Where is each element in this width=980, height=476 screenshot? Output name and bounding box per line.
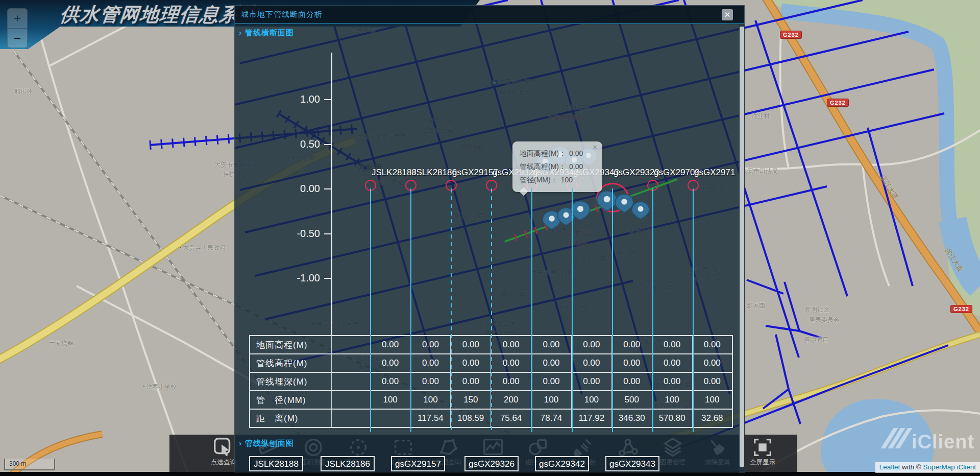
table-cell: 0.00	[451, 336, 491, 354]
map-pin-icon[interactable]	[632, 202, 649, 219]
table-cell: 0.00	[410, 354, 451, 372]
table-cell: 0.00	[571, 372, 611, 391]
table-cell: 0.00	[370, 354, 410, 372]
tooltip-row-value: 100	[561, 176, 573, 184]
table-cell: 500	[611, 391, 652, 409]
toolbar-item-label: 全屏显示	[741, 458, 784, 467]
app-title: 供水管网地理信息系统	[59, 2, 260, 28]
table-cell: 0.00	[692, 336, 732, 354]
table-cell: 0.00	[370, 372, 410, 391]
table-cell: 0.00	[531, 336, 572, 354]
station-line-JSLK28186	[410, 188, 411, 432]
table-cell: 346.30	[611, 409, 652, 427]
table-cell: 0.00	[451, 372, 491, 391]
table-cell: 0.00	[531, 354, 572, 372]
tooltip-row: 地面高程(M)：0.00	[520, 147, 597, 160]
table-cell	[332, 391, 371, 409]
station-line-gsGX29709	[652, 188, 653, 432]
table-row-label: 管线埋深(M)	[250, 372, 332, 391]
tooltip-row: 管线高程(M)：0.00	[520, 160, 597, 173]
station-line-gsGX29157	[451, 188, 452, 432]
table-cell: 570.80	[652, 409, 692, 427]
table-cell	[370, 409, 410, 427]
zoom-out-button[interactable]: −	[8, 29, 27, 49]
profile-button-gsGX29157[interactable]: gsGX29157	[391, 456, 445, 471]
profile-section-title: 管线纵刨面图	[245, 439, 294, 447]
tooltip-rows: 地面高程(M)：0.00管线高程(M)：0.00管径(MM)：100	[520, 147, 597, 186]
table-cell	[332, 409, 371, 427]
profile-button-gsGX29342[interactable]: gsGX29342	[535, 456, 589, 471]
table-cell: 0.00	[410, 372, 451, 391]
table-cell: 0.00	[611, 336, 652, 354]
profile-button-JSLK28186[interactable]: JSLK28186	[321, 456, 375, 471]
table-cell: 0.00	[491, 336, 531, 354]
table-cell: 0.00	[410, 336, 451, 354]
table-cell: 78.74	[531, 409, 572, 427]
table-cell: 100	[692, 391, 732, 409]
tooltip-row-value: 0.00	[569, 149, 583, 157]
table-row-label: 地面高程(M)	[250, 336, 332, 354]
dialog-scrollbar[interactable]	[739, 25, 745, 473]
table-row-label: 管 径(MM)	[250, 391, 332, 409]
station-line-gsGX29342	[531, 188, 532, 432]
map-scale-bar: 300 m	[4, 459, 55, 470]
profile-button-JSLK28188[interactable]: JSLK28188	[249, 456, 303, 471]
table-cell: 0.00	[652, 354, 692, 372]
table-cell: 100	[652, 391, 692, 409]
map-pin-icon[interactable]	[615, 194, 633, 212]
profile-button-gsGX29326[interactable]: gsGX29326	[464, 456, 519, 471]
table-cell: 200	[491, 391, 531, 409]
leaflet-link[interactable]: Leaflet	[879, 463, 900, 471]
tooltip-row-label: 管径(MM)：	[520, 176, 558, 184]
zoom-in-button[interactable]: +	[8, 9, 27, 29]
map-attribution: Leaflet with © SuperMap iClient	[875, 462, 980, 473]
table-cell	[332, 354, 371, 372]
iclient-logo-icon	[887, 428, 909, 453]
toolbar-item-全屏显示[interactable]: 全屏显示	[741, 436, 784, 471]
table-cell: 0.00	[692, 372, 732, 391]
table-cell	[332, 372, 371, 391]
tooltip-row-value: 0.00	[569, 162, 583, 171]
table-cell: 0.00	[611, 354, 652, 372]
table-cell: 100	[410, 391, 451, 409]
table-cell: 75.64	[491, 409, 531, 427]
table-cell: 0.00	[491, 372, 531, 391]
table-cell: 0.00	[652, 372, 692, 391]
table-cell: 100	[571, 391, 611, 409]
tooltip-row-label: 管线高程(M)：	[520, 162, 566, 171]
station-line-JSLK28188	[370, 188, 371, 432]
table-row-label: 管线高程(M)	[250, 354, 332, 372]
table-cell: 100	[531, 391, 572, 409]
table-cell: 0.00	[531, 372, 572, 391]
station-line-gsGX29326	[491, 188, 492, 432]
table-cell: 117.92	[571, 409, 611, 427]
table-cell: 150	[451, 391, 491, 409]
dialog-scrollbar-thumb[interactable]	[740, 27, 744, 467]
supermap-link[interactable]: SuperMap iClient	[923, 463, 976, 471]
profile-button-gsGX29343[interactable]: gsGX29343	[605, 456, 659, 471]
station-line-gsGX29343	[572, 188, 573, 432]
station-line-gsGX29323	[612, 188, 613, 432]
table-cell: 0.00	[571, 354, 611, 372]
table-cell: 0.00	[370, 336, 410, 354]
table-cell: 100	[370, 391, 410, 409]
tooltip-row-label: 地面高程(M)：	[520, 149, 566, 157]
station-line-gsGX2971	[693, 188, 694, 432]
cross-section-chart: 1.000.500.00-0.50-1.00 JSLK28188JSLK2818…	[235, 6, 739, 473]
table-cell	[332, 336, 371, 354]
fullscreen-icon	[751, 436, 774, 459]
tooltip-row: 管径(MM)：100	[520, 173, 597, 186]
table-cell: 0.00	[491, 354, 531, 372]
tooltip-close-icon[interactable]: ✕	[592, 144, 598, 151]
table-cell: 108.59	[451, 409, 491, 427]
table-cell: 32.68	[692, 409, 732, 427]
table-row-label: 距 离(M)	[250, 409, 332, 427]
attribution-middle: with ©	[900, 463, 923, 471]
table-cell: 0.00	[611, 372, 652, 391]
station-tooltip: ✕ 地面高程(M)：0.00管线高程(M)：0.00管径(MM)：100	[512, 141, 602, 192]
chevron-right-icon: ›	[239, 439, 242, 447]
watermark-text: iClient	[912, 431, 974, 453]
iclient-watermark: iClient	[887, 428, 974, 453]
table-cell: 0.00	[451, 354, 491, 372]
table-cell: 0.00	[571, 336, 611, 354]
